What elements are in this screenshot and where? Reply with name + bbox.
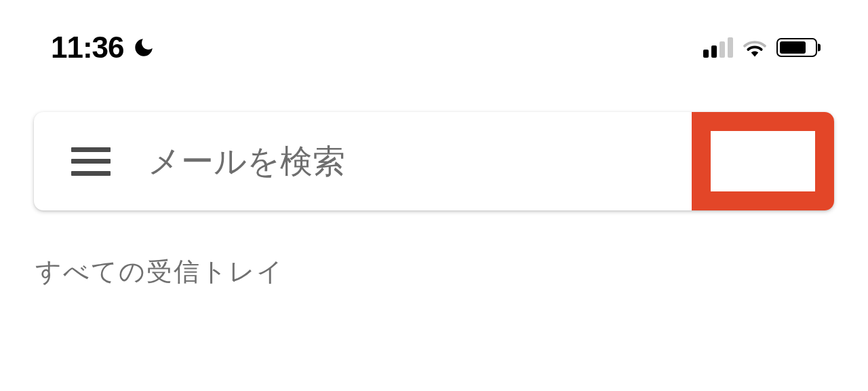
status-left: 11:36 [51, 31, 155, 64]
status-time: 11:36 [51, 31, 124, 64]
status-bar: 11:36 [0, 0, 868, 78]
search-bar[interactable] [34, 112, 834, 210]
wifi-icon [743, 38, 767, 57]
search-container [34, 112, 834, 210]
menu-icon[interactable] [71, 147, 111, 176]
cellular-signal-icon [703, 37, 733, 58]
moon-icon [132, 36, 155, 59]
battery-icon [776, 38, 817, 57]
status-right [703, 37, 817, 58]
section-label: すべての受信トレイ [35, 255, 868, 289]
avatar-highlight[interactable] [692, 112, 834, 210]
